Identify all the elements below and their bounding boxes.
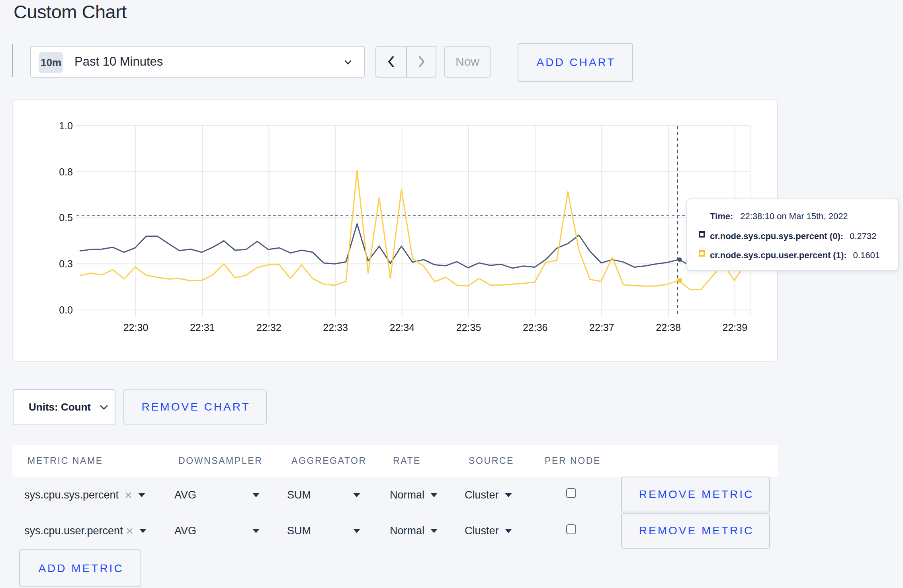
svg-text:0.0: 0.0 [59,304,73,315]
svg-text:0.3: 0.3 [59,258,73,269]
svg-text:0.5: 0.5 [59,212,73,223]
svg-text:22:30: 22:30 [123,322,149,333]
svg-text:22:35: 22:35 [456,322,481,333]
svg-text:22:32: 22:32 [256,322,281,333]
svg-text:1.0: 1.0 [59,120,73,131]
svg-text:22:36: 22:36 [523,322,548,333]
svg-text:22:39: 22:39 [723,322,748,333]
svg-text:22:37: 22:37 [589,322,614,333]
svg-text:22:34: 22:34 [390,322,415,333]
svg-text:22:38: 22:38 [656,322,681,333]
svg-text:22:33: 22:33 [323,322,348,333]
svg-text:22:31: 22:31 [190,322,215,333]
svg-text:0.8: 0.8 [59,166,73,177]
